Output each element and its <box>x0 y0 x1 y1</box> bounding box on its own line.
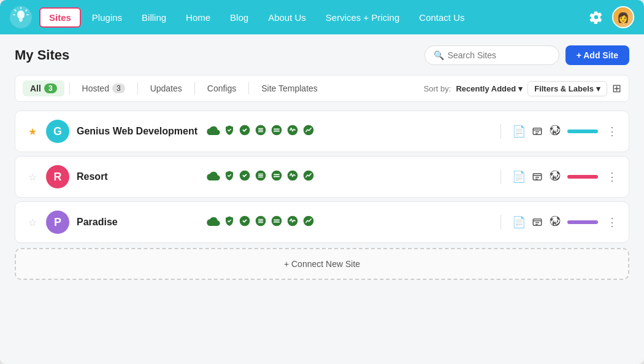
chevron-down-icon: ▾ <box>518 84 523 93</box>
nav-items: Sites Plugins Billing Home Blog About Us… <box>39 7 586 28</box>
site-row: ★ G Genius Web Development <box>15 110 629 152</box>
filter-separator-1 <box>69 82 70 95</box>
filter-tab-updates[interactable]: Updates <box>143 80 190 96</box>
cloud-icon[interactable] <box>207 171 220 184</box>
nav-item-blog[interactable]: Blog <box>221 9 257 26</box>
minus-lines-icon[interactable] <box>270 124 283 139</box>
header-row: My Sites 🔍 + Add Site <box>15 45 629 65</box>
site-color-bar-resort <box>567 175 598 179</box>
user-avatar[interactable]: 👩 <box>612 6 634 28</box>
nav-item-services[interactable]: Services + Pricing <box>317 9 408 26</box>
circle-check-icon[interactable] <box>239 215 251 230</box>
wordpress-icon[interactable] <box>549 215 561 230</box>
wave-icon[interactable] <box>286 215 299 230</box>
chevron-down-icon-2: ▾ <box>596 84 600 93</box>
filter-separator-4 <box>248 82 249 95</box>
navbar: Sites Plugins Billing Home Blog About Us… <box>0 0 644 34</box>
nav-item-about[interactable]: About Us <box>259 9 315 26</box>
billing-icon[interactable] <box>532 217 543 228</box>
svg-rect-2 <box>19 19 23 21</box>
nav-right: 👩 <box>586 6 634 28</box>
gear-icon[interactable] <box>586 7 606 27</box>
circle-check-icon[interactable] <box>239 169 251 185</box>
site-avatar-genius: G <box>46 120 69 143</box>
document-icon[interactable]: 📄 <box>512 215 526 229</box>
billing-icon[interactable] <box>532 171 543 182</box>
header-actions: 🔍 + Add Site <box>424 45 629 65</box>
shield-icon[interactable] <box>224 124 235 139</box>
grid-view-button[interactable]: ⊞ <box>612 82 621 95</box>
site-icons-resort <box>207 169 489 185</box>
nav-item-plugins[interactable]: Plugins <box>83 9 131 26</box>
billing-icon[interactable] <box>532 126 543 137</box>
site-right-genius: 📄 ⋮ <box>512 124 618 139</box>
filter-all-count: 3 <box>44 83 57 93</box>
document-icon[interactable]: 📄 <box>512 170 526 184</box>
shield-icon[interactable] <box>224 215 235 230</box>
icon-divider <box>500 169 501 184</box>
more-options-icon[interactable]: ⋮ <box>607 215 618 229</box>
site-name-genius: Genius Web Development <box>77 126 199 137</box>
sort-select[interactable]: Recently Added ▾ <box>456 84 523 93</box>
shield-icon[interactable] <box>224 169 235 185</box>
filters-labels-button[interactable]: Filters & Labels ▾ <box>527 81 607 96</box>
chart-icon[interactable] <box>302 124 315 139</box>
filter-tab-hosted[interactable]: Hosted 3 <box>75 80 132 96</box>
wave-icon[interactable] <box>286 169 299 185</box>
site-name-paradise: Paradise <box>77 217 199 228</box>
add-site-button[interactable]: + Add Site <box>565 45 629 65</box>
search-box: 🔍 <box>424 45 559 65</box>
sort-value: Recently Added <box>456 84 516 93</box>
filter-tab-configs[interactable]: Configs <box>200 80 243 96</box>
search-input[interactable] <box>448 50 550 60</box>
svg-point-29 <box>272 170 282 180</box>
circle-check-icon[interactable] <box>239 124 251 139</box>
avatar-image: 👩 <box>613 7 633 27</box>
nav-item-sites[interactable]: Sites <box>39 7 81 28</box>
icon-divider <box>500 124 501 139</box>
minus-lines-icon[interactable] <box>270 169 283 185</box>
wordpress-icon[interactable] <box>549 169 561 185</box>
main-content: My Sites 🔍 + Add Site All 3 Hosted 3 <box>0 34 644 364</box>
site-icons-paradise <box>207 215 489 230</box>
filter-tab-site-templates[interactable]: Site Templates <box>254 80 325 96</box>
cloud-icon[interactable] <box>207 125 220 138</box>
site-color-bar-paradise <box>567 220 598 224</box>
filter-hosted-label: Hosted <box>82 83 109 93</box>
filter-tab-all[interactable]: All 3 <box>23 80 64 96</box>
filter-hosted-count: 3 <box>112 83 125 93</box>
site-color-bar-genius <box>567 130 598 133</box>
filter-separator-2 <box>137 82 138 95</box>
chart-icon[interactable] <box>302 215 315 230</box>
chart-icon[interactable] <box>302 169 315 185</box>
layers-icon[interactable] <box>255 215 267 230</box>
star-icon-resort[interactable]: ☆ <box>26 171 39 183</box>
document-icon[interactable]: 📄 <box>512 125 526 138</box>
more-options-icon[interactable]: ⋮ <box>607 170 618 184</box>
site-right-resort: 📄 ⋮ <box>512 169 618 185</box>
layers-icon[interactable] <box>255 169 267 185</box>
minus-lines-icon[interactable] <box>270 215 283 230</box>
layers-icon[interactable] <box>255 124 267 139</box>
more-options-icon[interactable]: ⋮ <box>607 125 618 138</box>
site-name-resort: Resort <box>77 171 199 182</box>
nav-item-contact[interactable]: Contact Us <box>410 9 473 26</box>
star-icon-genius[interactable]: ★ <box>26 126 39 137</box>
site-row: ☆ R Resort <box>15 156 629 198</box>
site-right-paradise: 📄 ⋮ <box>512 215 618 230</box>
app-window: Sites Plugins Billing Home Blog About Us… <box>0 0 644 364</box>
filter-all-label: All <box>30 83 41 93</box>
wave-icon[interactable] <box>286 124 299 139</box>
wordpress-icon[interactable] <box>549 124 561 139</box>
sort-section: Sort by: Recently Added ▾ Filters & Labe… <box>424 81 621 96</box>
svg-point-44 <box>272 215 282 226</box>
cloud-icon[interactable] <box>207 216 220 229</box>
filter-separator-3 <box>194 82 195 95</box>
nav-item-home[interactable]: Home <box>177 9 219 26</box>
star-icon-paradise[interactable]: ☆ <box>26 217 39 228</box>
filter-row: All 3 Hosted 3 Updates Configs Site Temp… <box>15 75 629 102</box>
sites-list: ★ G Genius Web Development <box>15 110 629 243</box>
connect-new-site-button[interactable]: + Connect New Site <box>15 248 629 280</box>
filter-templates-label: Site Templates <box>261 83 318 93</box>
nav-item-billing[interactable]: Billing <box>133 9 175 26</box>
